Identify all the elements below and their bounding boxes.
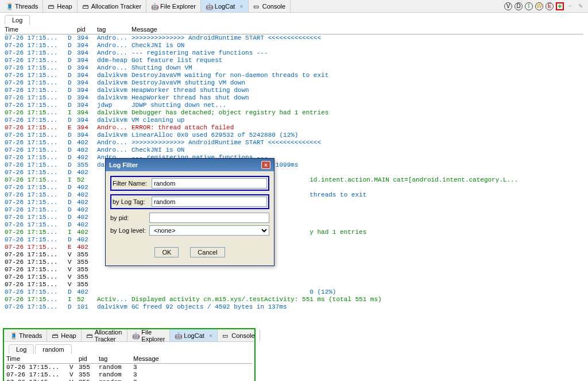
header-message[interactable]: Message [131, 26, 583, 33]
pid-input[interactable] [149, 213, 269, 223]
cell-time: 07-26 17:15... [5, 124, 68, 132]
log-row[interactable]: 07-26 17:15...I394dalvikvmDebugger has d… [5, 109, 583, 117]
tab-threads[interactable]: 🧵Threads [5, 329, 47, 341]
header-level[interactable] [68, 26, 77, 33]
close-icon[interactable]: × [239, 3, 243, 10]
edit-filter-icon[interactable]: ✎ [577, 2, 585, 10]
log-row[interactable]: 07-26 17:15...V355random3 [6, 371, 252, 379]
tab-console[interactable]: ▭Console [249, 0, 291, 12]
log-tag-label: by Log Tag: [113, 198, 152, 205]
log-row[interactable]: 07-26 17:15...V355 [5, 281, 583, 288]
tab-logcat[interactable]: 🤖LogCat× [170, 329, 218, 341]
tab-allocation-tracker[interactable]: 🗃Allocation Tracker [82, 329, 128, 341]
header-message-2[interactable]: Message [133, 355, 252, 362]
filter-w-icon[interactable]: W [535, 2, 543, 10]
log-row[interactable]: 07-26 17:15...D402 0 (12%) [5, 288, 583, 296]
log-row[interactable]: 07-26 17:15...V355 [5, 266, 583, 274]
cell-level: D [68, 161, 77, 169]
ok-button[interactable]: OK [154, 247, 179, 257]
tab-heap[interactable]: 🗃Heap [47, 329, 81, 341]
header-tag[interactable]: tag [97, 26, 131, 33]
cell-time: 07-26 17:15... [6, 371, 69, 379]
cell-message [131, 266, 583, 274]
log-row[interactable]: 07-26 17:15...E394Andro...ERROR: thread … [5, 124, 583, 132]
log-row[interactable]: 07-26 17:15...V355 [5, 274, 583, 281]
log-row[interactable]: 07-26 17:15...D394dalvikvmLinearAlloc 0x… [5, 132, 583, 139]
cell-tag: Andro... [97, 34, 131, 42]
filter-e-icon[interactable]: E [546, 2, 554, 10]
file-explorer-icon: 🤖 [132, 332, 139, 339]
remove-filter-icon[interactable]: − [566, 2, 574, 10]
log-row[interactable]: 07-26 17:15...D402Andro...--- registerin… [5, 154, 583, 161]
log-row[interactable]: 07-26 17:15...D402Andro...>>>>>>>>>>>>>>… [5, 139, 583, 147]
log-row[interactable]: 07-26 17:15...D394dalvikvmHeapWorker thr… [5, 94, 583, 102]
cell-pid: 355 [79, 371, 99, 379]
cell-time: 07-26 17:15... [5, 169, 68, 176]
cell-tag: dalvikvm [97, 72, 131, 79]
log-level-select[interactable]: <none> [149, 225, 269, 236]
tab-file-explorer[interactable]: 🤖File Explorer [146, 0, 201, 12]
log-row[interactable]: 07-26 17:15...D394jdwpJDWP shutting down… [5, 102, 583, 109]
cell-time: 07-26 17:15... [5, 288, 68, 296]
log-row[interactable]: 07-26 17:15...D394dalvikvmDestroyJavaVM … [5, 72, 583, 79]
close-icon[interactable]: × [209, 332, 212, 339]
log-row[interactable]: 07-26 17:15...D402 [5, 169, 583, 176]
cell-level: D [68, 169, 77, 176]
log-row[interactable]: 07-26 17:15...D394dalvikvmVM cleaning up [5, 117, 583, 124]
tab-label: Heap [57, 3, 72, 10]
tab-allocation-tracker[interactable]: 🗃Allocation Tracker [78, 0, 146, 12]
cell-tag: ddm-heap [97, 57, 131, 64]
log-row[interactable]: 07-26 17:15...I52Activ...Displayed activ… [5, 296, 583, 303]
log-row[interactable]: 07-26 17:15...D402 [5, 199, 583, 206]
filter-name-input[interactable] [152, 178, 267, 188]
log-row[interactable]: 07-26 17:15...D394dalvikvmDestroyJavaVM … [5, 79, 583, 87]
subtab-log[interactable]: Log [5, 15, 30, 25]
header-tag-2[interactable]: tag [99, 355, 133, 362]
log-row[interactable]: 07-26 17:15...D402 [5, 214, 583, 221]
dialog-titlebar[interactable]: Log Filter × [106, 159, 274, 171]
log-row[interactable]: 07-26 17:15...D402 [5, 184, 583, 191]
log-row[interactable]: 07-26 17:15...D394Andro...>>>>>>>>>>>>>>… [5, 34, 583, 42]
log-tag-input[interactable] [152, 197, 267, 207]
log-row[interactable]: 07-26 17:15...D394ddm-heapGot feature li… [5, 57, 583, 64]
log-row[interactable]: 07-26 17:15...E402 [5, 244, 583, 251]
log-row[interactable]: 07-26 17:15...D394Andro...Shutting down … [5, 64, 583, 72]
log-row[interactable]: 07-26 17:15...D394Andro...--- registerin… [5, 49, 583, 57]
log-row[interactable]: 07-26 17:15...V355 [5, 259, 583, 266]
log-row[interactable]: 07-26 17:15...D402 [5, 221, 583, 229]
tab-file-explorer[interactable]: 🤖File Explorer [127, 329, 170, 341]
header-level-2[interactable] [69, 355, 79, 362]
tab-threads[interactable]: 🧵Threads [1, 0, 43, 12]
log-row[interactable]: 07-26 17:15...V355random2 [6, 379, 252, 381]
log-row[interactable]: 07-26 17:15...D394dalvikvmHeapWorker thr… [5, 87, 583, 94]
log-row[interactable]: 07-26 17:15...I402 y had 1 entries [5, 229, 583, 236]
header-time-2[interactable]: Time [6, 355, 69, 362]
log-row[interactable]: 07-26 17:15...V355 [5, 251, 583, 259]
add-filter-button[interactable]: + [556, 2, 564, 10]
log-row[interactable]: 07-26 17:15...D394Andro...CheckJNI is ON [5, 42, 583, 49]
log-row[interactable]: 07-26 17:15...V355random3 [6, 364, 252, 371]
dialog-close-button[interactable]: × [261, 161, 270, 169]
cancel-button[interactable]: Cancel [190, 247, 225, 257]
log-row[interactable]: 07-26 17:15...D402 [5, 236, 583, 244]
tab-console[interactable]: ▭Console [218, 329, 260, 341]
cell-level: D [68, 72, 77, 79]
tab-heap[interactable]: 🗃Heap [43, 0, 77, 12]
cell-tag: Andro... [97, 147, 131, 154]
log-row[interactable]: 07-26 17:15...D355dalvikvmGC freed 773 o… [5, 161, 583, 169]
filter-i-icon[interactable]: I [525, 2, 533, 10]
log-row[interactable]: 07-26 17:15...I52 id.intent.action.MAIN … [5, 176, 583, 184]
filter-v-icon[interactable]: V [504, 2, 512, 10]
tab-logcat[interactable]: 🤖LogCat× [201, 0, 249, 12]
log-row[interactable]: 07-26 17:15...D101dalvikvmGC freed 92 ob… [5, 303, 583, 311]
header-pid[interactable]: pid [77, 26, 97, 33]
log-row[interactable]: 07-26 17:15...D402 [5, 206, 583, 214]
header-pid-2[interactable]: pid [79, 355, 99, 362]
log-row[interactable]: 07-26 17:15...D402 threads to exit [5, 191, 583, 199]
header-time[interactable]: Time [5, 26, 68, 33]
subtab-random[interactable]: random [35, 344, 71, 354]
log-row[interactable]: 07-26 17:15...D402Andro...CheckJNI is ON [5, 147, 583, 154]
subtab-log-2[interactable]: Log [9, 344, 34, 354]
cell-message: HeapWorker thread has shut down [131, 94, 583, 102]
filter-d-icon[interactable]: D [514, 2, 523, 10]
